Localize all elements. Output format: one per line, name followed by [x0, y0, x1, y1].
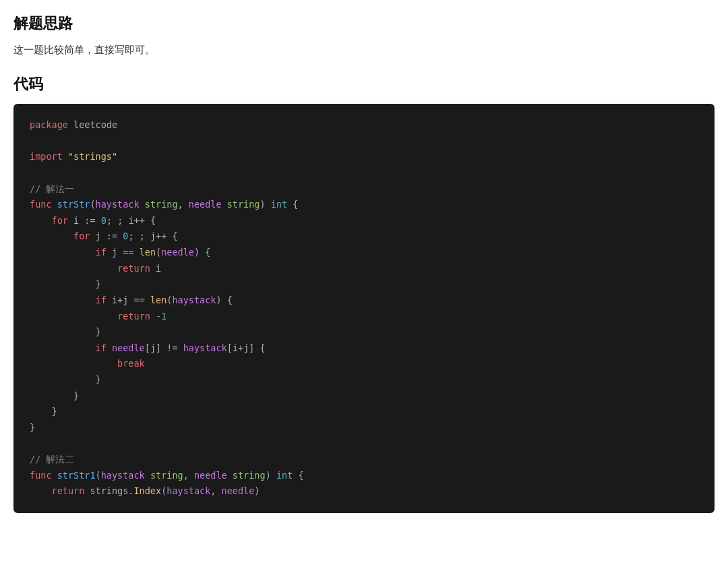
code-block: package leetcode import "strings" // 解法一…	[13, 104, 715, 513]
solve-section: 解题思路 这一题比较简单，直接写即可。	[13, 13, 715, 58]
solve-title: 解题思路	[13, 13, 715, 34]
code-content: package leetcode import "strings" // 解法一…	[30, 117, 698, 500]
code-title: 代码	[13, 74, 715, 94]
code-section: 代码 package leetcode import "strings" // …	[13, 74, 715, 513]
solve-description: 这一题比较简单，直接写即可。	[13, 42, 715, 58]
